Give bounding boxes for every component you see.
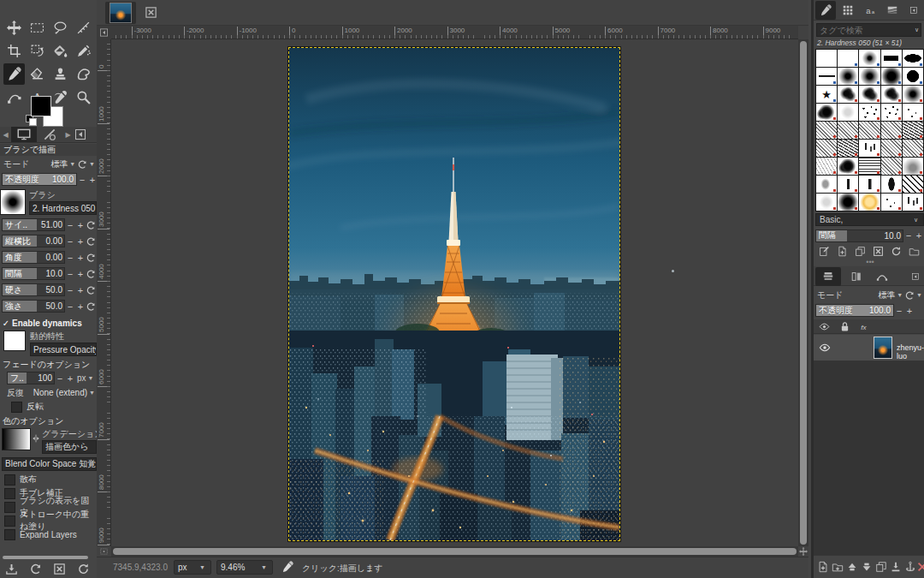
- move-tool-icon[interactable]: [3, 17, 25, 39]
- angle-decrease-button[interactable]: −: [65, 252, 75, 264]
- brush-cell-texture[interactable]: [881, 122, 902, 139]
- merge-down-button[interactable]: [890, 561, 902, 573]
- brush-spacing-increase-button[interactable]: +: [914, 229, 924, 241]
- layer-name[interactable]: zhenyu-luo: [897, 343, 924, 361]
- tool-options-scrollbar[interactable]: [3, 556, 88, 559]
- layer-opacity-decrease-button[interactable]: −: [894, 305, 904, 317]
- brush-cell-feather[interactable]: [881, 176, 902, 193]
- repeat-value[interactable]: None (extend): [33, 388, 87, 397]
- vertical-ruler[interactable]: 0100020003000400050006000700080009000: [97, 39, 111, 546]
- fade-increase-button[interactable]: +: [65, 372, 75, 384]
- bucket-fill-tool-icon[interactable]: [50, 40, 71, 62]
- brush-cell-soft-dark[interactable]: [838, 194, 858, 211]
- blend-space-dropdown[interactable]: Blend Color Space 知覚的... ▼: [2, 457, 97, 471]
- tab-paths[interactable]: [870, 267, 894, 286]
- brush-cell-texture-light[interactable]: [816, 158, 837, 175]
- raise-layer-button[interactable]: [846, 561, 858, 573]
- tab-device-status[interactable]: [37, 127, 62, 142]
- spacing-slider[interactable]: 間隔 10.0: [2, 267, 65, 280]
- incremental-checkbox[interactable]: ストローク中の重ね塗り: [0, 515, 97, 527]
- brush-cell-mark[interactable]: [838, 176, 858, 193]
- lower-layer-button[interactable]: [861, 561, 873, 573]
- visibility-header-eye-icon[interactable]: [819, 321, 830, 332]
- dynamics-thumbnail[interactable]: [3, 331, 26, 351]
- brush-cell-texture-dark[interactable]: [838, 140, 858, 157]
- brush-spacing-decrease-button[interactable]: −: [903, 229, 914, 241]
- brush-cell-hlines[interactable]: [859, 158, 880, 175]
- brush-cell-texture[interactable]: [816, 140, 837, 157]
- foreground-color-swatch[interactable]: [31, 96, 51, 116]
- brush-cell-soft[interactable]: [838, 68, 858, 85]
- brush-cell-wisp[interactable]: [816, 176, 837, 193]
- mode-value[interactable]: 標準: [50, 158, 68, 170]
- brush-cell-circle[interactable]: [903, 68, 923, 85]
- brush-group-dropdown[interactable]: Basic, ∨: [815, 213, 924, 226]
- brush-cell-splat-dark[interactable]: [838, 158, 858, 175]
- layer-opacity-increase-button[interactable]: +: [904, 305, 915, 317]
- layer-mode-reset-chevron-icon[interactable]: ▼: [916, 292, 922, 298]
- angle-reset-icon[interactable]: [86, 253, 96, 263]
- reset-tool-options-icon[interactable]: [77, 563, 90, 575]
- dock-drag-handle[interactable]: •••: [814, 259, 924, 265]
- layers-dock-menu-icon[interactable]: [908, 267, 923, 286]
- zoom-tool-icon[interactable]: [73, 86, 94, 108]
- horizontal-scrollbar[interactable]: [111, 546, 798, 557]
- angle-increase-button[interactable]: +: [75, 252, 86, 264]
- brush-cell-soft[interactable]: [859, 68, 880, 85]
- brush-cell-bar[interactable]: [881, 50, 902, 67]
- effects-fx-icon[interactable]: fx: [858, 321, 869, 332]
- brush-cell-ellipse[interactable]: [903, 50, 923, 67]
- opacity-slider[interactable]: 不透明度 100.0: [2, 173, 77, 186]
- brush-cell-smoke[interactable]: [903, 158, 923, 175]
- brush-cell-blank[interactable]: [838, 50, 858, 67]
- swap-colors-icon[interactable]: [53, 91, 63, 101]
- tab-patterns[interactable]: [838, 1, 858, 20]
- tab-tool-options[interactable]: [11, 127, 37, 142]
- opacity-decrease-button[interactable]: −: [77, 174, 87, 186]
- aspect-increase-button[interactable]: +: [75, 235, 86, 247]
- new-layer-button[interactable]: [817, 561, 829, 573]
- dynamics-field[interactable]: Pressure Opacity: [30, 343, 97, 356]
- hardness-increase-button[interactable]: +: [75, 284, 86, 296]
- open-brush-folder-icon[interactable]: [909, 246, 920, 257]
- brush-cell-glow[interactable]: [859, 194, 880, 211]
- brush-cell-dots[interactable]: [859, 104, 880, 121]
- brush-cell-faint[interactable]: [838, 104, 858, 121]
- brush-cell-splat-dark[interactable]: [816, 104, 837, 121]
- brush-cell-soft-dark[interactable]: [881, 68, 902, 85]
- brush-cell-blank[interactable]: [816, 50, 837, 67]
- size-reset-icon[interactable]: [86, 220, 96, 230]
- layer-mode-value[interactable]: 標準: [878, 289, 895, 301]
- layer-thumbnail[interactable]: [874, 337, 892, 359]
- layer-visibility-eye-icon[interactable]: [819, 342, 831, 354]
- paintbrush-tool-icon[interactable]: [3, 63, 25, 85]
- tab-gradients[interactable]: [882, 1, 903, 20]
- delete-brush-icon[interactable]: [873, 246, 884, 257]
- brush-cell-faint[interactable]: [816, 194, 837, 211]
- brush-cell-star[interactable]: ★: [816, 86, 837, 103]
- zoom-dropdown[interactable]: 9.46% ▼: [216, 560, 273, 575]
- layer-mode-chevron-icon[interactable]: ▼: [897, 292, 903, 298]
- brush-cell-soft-sm[interactable]: [859, 50, 880, 67]
- force-slider[interactable]: 強さ 50.0: [2, 300, 65, 313]
- spacing-decrease-button[interactable]: −: [65, 268, 75, 280]
- gradient-thumbnail[interactable]: [2, 428, 31, 450]
- vertical-scrollbar-thumb[interactable]: [800, 41, 807, 545]
- brush-cell-dots-sparse[interactable]: [881, 194, 902, 211]
- aspect-decrease-button[interactable]: −: [65, 235, 75, 247]
- repeat-chevron-icon[interactable]: ▼: [89, 390, 95, 396]
- hardness-reset-icon[interactable]: [86, 285, 96, 295]
- brush-cell-splat[interactable]: [838, 86, 858, 103]
- canvas-viewport[interactable]: [111, 39, 798, 546]
- size-decrease-button[interactable]: −: [65, 219, 75, 231]
- brush-cell-texture[interactable]: [881, 158, 902, 175]
- jitter-checkbox[interactable]: 散布: [0, 474, 97, 486]
- anchor-layer-button[interactable]: [904, 561, 916, 573]
- tab-fonts[interactable]: aa: [860, 1, 880, 20]
- brush-cell-texture[interactable]: [903, 140, 923, 157]
- eraser-tool-icon[interactable]: [27, 63, 48, 85]
- vertical-scrollbar[interactable]: [798, 39, 808, 546]
- unit-dropdown[interactable]: px ▼: [174, 560, 211, 575]
- enable-dynamics-checkbox[interactable]: ✓ Enable dynamics: [0, 317, 97, 329]
- hardness-decrease-button[interactable]: −: [65, 284, 75, 296]
